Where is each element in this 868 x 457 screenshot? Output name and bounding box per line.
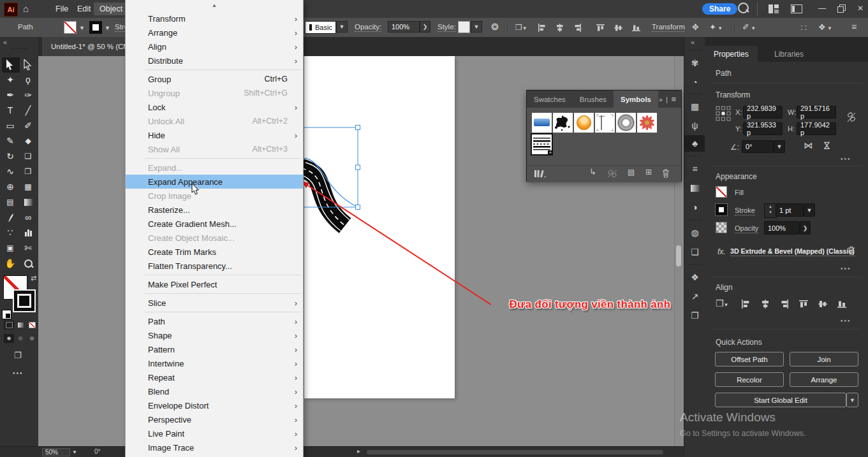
menu-item-path[interactable]: Path› bbox=[126, 314, 303, 328]
menu-item-create-trim-marks[interactable]: Create Trim Marks bbox=[126, 245, 303, 259]
stroke-swatch[interactable] bbox=[716, 204, 727, 215]
break-symbol-link-icon[interactable] bbox=[607, 169, 617, 178]
transform-more-options[interactable]: ••• bbox=[841, 156, 851, 163]
style-chevron-icon[interactable]: ▼ bbox=[471, 21, 482, 33]
select-similar-icon[interactable]: ✦ ▼ bbox=[709, 22, 723, 32]
menu-item-text-wrap[interactable]: Text Wrap› bbox=[126, 454, 303, 457]
symbol-sketch-marks[interactable] bbox=[595, 113, 615, 133]
artboard-tool-icon[interactable]: ▣ bbox=[2, 241, 18, 255]
type-tool-icon[interactable]: T bbox=[2, 103, 18, 117]
symbol-sprayer-tool-icon[interactable]: ∵ bbox=[2, 226, 18, 240]
recolor-button[interactable]: Recolor bbox=[715, 372, 784, 387]
menu-item-align[interactable]: Align› bbox=[126, 40, 303, 54]
menu-item-flatten-transparency[interactable]: Flatten Transparency... bbox=[126, 259, 303, 273]
menubar-edit[interactable]: Edit bbox=[71, 3, 97, 15]
menu-item-crop-image[interactable]: Crop Image bbox=[126, 189, 303, 203]
gradient-mode-button[interactable] bbox=[15, 321, 26, 330]
menu-item-repeat[interactable]: Repeat› bbox=[126, 370, 303, 384]
appearance-more-options[interactable]: ••• bbox=[841, 265, 851, 272]
align-bottom-icon[interactable] bbox=[632, 24, 640, 32]
x-field[interactable]: 232.9839 p bbox=[743, 106, 783, 119]
menu-item-unlock-all[interactable]: Unlock AllAlt+Ctrl+2 bbox=[126, 114, 303, 128]
start-global-edit-button[interactable]: Start Global Edit bbox=[715, 393, 846, 407]
pencil-tool-icon[interactable]: ✎ bbox=[2, 134, 18, 148]
selection-handle[interactable] bbox=[356, 165, 360, 170]
lasso-tool-icon[interactable]: ϙ bbox=[20, 73, 36, 87]
place-symbol-instance-icon[interactable]: ↳ bbox=[589, 167, 596, 177]
zoom-level-field[interactable]: 50% bbox=[42, 448, 70, 456]
collapse-tools-icon[interactable]: « bbox=[3, 38, 7, 46]
swap-fill-stroke-icon[interactable]: ⇄ bbox=[31, 274, 36, 282]
panel-expand-icon[interactable]: » | ≡ bbox=[659, 94, 681, 104]
symbol-ink-splat[interactable] bbox=[553, 113, 573, 133]
brush-definition-select[interactable]: Basic bbox=[305, 21, 336, 34]
menu-item-expand[interactable]: Expand... bbox=[126, 161, 303, 175]
arrange-button[interactable]: Arrange bbox=[790, 372, 858, 387]
fill-chevron-icon[interactable]: ▼ bbox=[79, 25, 85, 31]
pen-tool-icon[interactable]: ✒ bbox=[2, 88, 18, 102]
shape-builder-tool-icon[interactable]: ⊕ bbox=[2, 180, 18, 194]
menu-item-hide[interactable]: Hide› bbox=[126, 128, 303, 142]
menu-item-distribute[interactable]: Distribute› bbox=[126, 54, 303, 68]
fill-swatch[interactable] bbox=[716, 186, 727, 198]
hand-tool-icon[interactable]: ✋ bbox=[2, 256, 18, 270]
column-graph-tool-icon[interactable] bbox=[20, 226, 36, 240]
flip-vertical-icon[interactable]: ⋈ bbox=[822, 141, 832, 150]
stroke-weight-field[interactable]: 1 pt bbox=[776, 203, 804, 217]
stroke-label[interactable]: Stroke bbox=[735, 207, 755, 215]
zoom-level-chevron-icon[interactable]: ▼ bbox=[72, 449, 77, 455]
color-mode-button[interactable] bbox=[4, 321, 14, 330]
menu-item-shape[interactable]: Shape› bbox=[126, 328, 303, 342]
edit-toolbar-icon[interactable]: ••• bbox=[13, 370, 24, 377]
export-panel-icon[interactable]: ↗ bbox=[684, 288, 705, 305]
link-dimensions-icon[interactable] bbox=[846, 111, 857, 124]
menu-item-show-all[interactable]: Show AllAlt+Ctrl+3 bbox=[126, 142, 303, 156]
symbol-striped-road-selected[interactable]: + bbox=[532, 134, 552, 154]
brush-chevron-icon[interactable]: ▼ bbox=[336, 21, 348, 33]
transparency-panel-icon[interactable]: ◑ bbox=[684, 199, 705, 215]
menubar-object[interactable]: Object bbox=[94, 3, 128, 15]
workspace-switcher-icon[interactable]: ❖ ▼ bbox=[818, 22, 832, 32]
tab-swatches[interactable]: Swatches bbox=[527, 91, 573, 108]
menu-item-expand-appearance[interactable]: Expand Appearance bbox=[126, 175, 303, 189]
symbol-flower[interactable] bbox=[637, 113, 657, 133]
shape-modes-icon[interactable]: ✐ ▼ bbox=[742, 22, 756, 32]
align-top-icon[interactable] bbox=[596, 24, 605, 32]
tab-symbols[interactable]: Symbols bbox=[614, 91, 658, 108]
join-button[interactable]: Join bbox=[790, 352, 858, 366]
expand-panels-icon[interactable]: « bbox=[691, 38, 695, 46]
menu-item-blend[interactable]: Blend› bbox=[126, 384, 303, 398]
y-field[interactable]: 321.9533 p bbox=[743, 122, 783, 135]
draw-normal-mode-icon[interactable]: ◉ bbox=[4, 334, 14, 343]
w-field[interactable]: 291.5716 p bbox=[797, 106, 836, 119]
scale-tool-icon[interactable]: ❏ bbox=[20, 149, 36, 163]
opacity-label[interactable]: Opacity bbox=[735, 224, 758, 233]
minimize-button[interactable]: — bbox=[814, 4, 830, 13]
paintbrush-tool-icon[interactable]: ✐ bbox=[20, 119, 36, 133]
symbol-options-icon[interactable]: ▤ bbox=[628, 168, 635, 177]
menu-item-live-paint[interactable]: Live Paint› bbox=[126, 426, 303, 440]
arrange-docs-icon[interactable]: ⸬ bbox=[801, 22, 807, 33]
opacity-field[interactable]: 100% bbox=[388, 21, 420, 33]
color-panel-icon[interactable]: ✾ bbox=[684, 55, 705, 71]
delete-effect-icon[interactable] bbox=[848, 246, 855, 255]
align-to-selection-icon[interactable]: ❒▼ bbox=[716, 298, 728, 308]
panel-gripper[interactable] bbox=[11, 48, 27, 49]
draw-behind-mode-icon[interactable]: ◎ bbox=[15, 334, 26, 343]
horizontal-scrollbar-thumb[interactable] bbox=[367, 450, 663, 454]
h-field[interactable]: 177.9042 p bbox=[797, 122, 836, 135]
selection-handle[interactable] bbox=[356, 126, 360, 130]
h-scroll-right-arrow-icon[interactable]: ▸ bbox=[357, 447, 360, 454]
brushes-panel-icon[interactable]: ψ bbox=[684, 117, 705, 134]
share-button[interactable]: Share bbox=[702, 3, 737, 15]
symbols-panel-icon[interactable]: ♣ bbox=[684, 135, 705, 152]
tab-properties[interactable]: Properties bbox=[705, 46, 758, 62]
opacity-expand-icon[interactable]: ❯ bbox=[800, 221, 811, 235]
menu-item-rasterize[interactable]: Rasterize... bbox=[126, 203, 303, 217]
puppet-warp-tool-icon[interactable]: ∿ bbox=[2, 164, 18, 178]
menubar-file[interactable]: File bbox=[50, 3, 74, 15]
artboards-panel-icon[interactable]: ❐ bbox=[684, 307, 705, 324]
align-to-selection-icon[interactable]: ❒▼ bbox=[515, 23, 527, 32]
rotate-tool-icon[interactable]: ↻ bbox=[2, 149, 18, 163]
gradient-panel-icon[interactable] bbox=[684, 180, 705, 196]
